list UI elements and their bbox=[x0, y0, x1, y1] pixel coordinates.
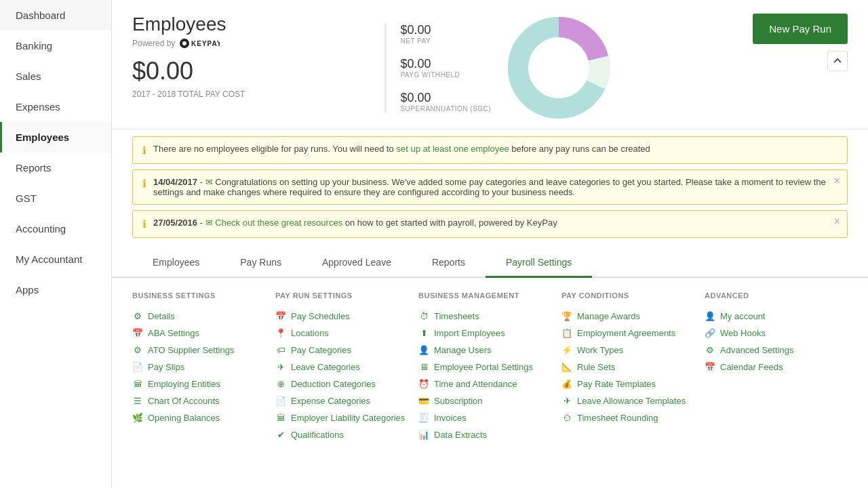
settings-item-aba-settings[interactable]: 📅ABA Settings bbox=[132, 325, 275, 342]
type-icon: ⚡ bbox=[561, 345, 572, 355]
page-title: Employees bbox=[132, 14, 245, 35]
settings-item-pay-slips[interactable]: 📄Pay Slips bbox=[132, 359, 275, 375]
settings-item-details[interactable]: ⚙Details bbox=[132, 308, 275, 325]
tab-reports[interactable]: Reports bbox=[412, 249, 486, 278]
tab-approved-leave[interactable]: Approved Leave bbox=[302, 249, 412, 278]
settings-item-label: Import Employees bbox=[434, 328, 505, 338]
settings-item-expense-categories[interactable]: 📄Expense Categories bbox=[275, 392, 418, 409]
list-icon: ☰ bbox=[132, 396, 143, 406]
stat-label-0: NET PAY bbox=[400, 37, 491, 45]
settings-item-chart-of-accounts[interactable]: ☰Chart Of Accounts bbox=[132, 392, 275, 409]
settings-item-label: Pay Categories bbox=[291, 345, 351, 355]
settings-item-ato-supplier-settings[interactable]: ⚙ATO Supplier Settings bbox=[132, 342, 275, 359]
mail-icon-3: ✉ bbox=[205, 218, 213, 228]
header: Employees Powered by KEYPAY $0.00 2017 -… bbox=[112, 0, 868, 129]
settings-item-label: Locations bbox=[291, 328, 329, 338]
resources-link[interactable]: Check out these great resources bbox=[215, 218, 342, 228]
settings-item-label: Timesheets bbox=[434, 311, 479, 321]
powered-by-text: Powered by bbox=[132, 39, 175, 48]
settings-item-label: Pay Schedules bbox=[291, 311, 350, 321]
settings-item-label: ABA Settings bbox=[148, 328, 199, 338]
svg-point-1 bbox=[182, 41, 186, 45]
tab-pay-runs[interactable]: Pay Runs bbox=[220, 249, 302, 278]
mail-icon-2: ✉ bbox=[205, 177, 213, 187]
settings-item-subscription[interactable]: 💳Subscription bbox=[418, 392, 561, 409]
settings-item-calendar-feeds[interactable]: 📅Calendar Feeds bbox=[705, 359, 848, 375]
allow-icon: ✈ bbox=[561, 396, 572, 406]
calendar-icon: 📅 bbox=[132, 328, 143, 338]
stat-item-1: $0.00PAYG WITHHELD bbox=[400, 57, 491, 79]
close-notification-2[interactable]: × bbox=[834, 176, 840, 186]
new-pay-run-button[interactable]: New Pay Run bbox=[753, 14, 848, 44]
settings-item-advanced-settings[interactable]: ⚙Advanced Settings bbox=[705, 342, 848, 359]
settings-item-label: Advanced Settings bbox=[720, 345, 793, 355]
settings-item-timesheets[interactable]: ⏱Timesheets bbox=[418, 308, 561, 325]
sidebar-item-banking[interactable]: Banking bbox=[0, 30, 111, 61]
stat-item-2: $0.00SUPERANNUATION (SGC) bbox=[400, 91, 491, 113]
sidebar-item-dashboard[interactable]: Dashboard bbox=[0, 0, 111, 30]
settings-item-qualifications[interactable]: ✔Qualifications bbox=[275, 426, 418, 443]
import-icon: ⬆ bbox=[418, 328, 429, 338]
sidebar-item-gst[interactable]: GST bbox=[0, 183, 111, 214]
sidebar-item-sales[interactable]: Sales bbox=[0, 61, 111, 92]
settings-section-title: PAY CONDITIONS bbox=[561, 291, 705, 300]
settings-section-title: BUSINESS SETTINGS bbox=[132, 291, 275, 300]
plane-icon: ✈ bbox=[275, 362, 286, 372]
tab-employees[interactable]: Employees bbox=[132, 249, 220, 278]
settings-item-label: Employee Portal Settings bbox=[434, 362, 533, 372]
doc-icon: 📄 bbox=[275, 396, 286, 406]
settings-item-manage-awards[interactable]: 🏆Manage Awards bbox=[561, 308, 705, 325]
settings-item-invoices[interactable]: 🧾Invoices bbox=[418, 409, 561, 426]
settings-item-timesheet-rounding[interactable]: ⏲Timesheet Rounding bbox=[561, 409, 705, 426]
settings-section-title: ADVANCED bbox=[705, 291, 848, 300]
settings-item-label: Work Types bbox=[577, 345, 623, 355]
sidebar-item-my-accountant[interactable]: My Accountant bbox=[0, 244, 111, 274]
settings-item-label: Leave Categories bbox=[291, 362, 360, 372]
round-icon: ⏲ bbox=[561, 413, 572, 423]
settings-item-pay-categories[interactable]: 🏷Pay Categories bbox=[275, 342, 418, 359]
settings-item-label: Web Hooks bbox=[720, 328, 766, 338]
svg-point-6 bbox=[538, 47, 579, 88]
settings-item-label: Qualifications bbox=[291, 430, 344, 440]
settings-item-employer-liability-categories[interactable]: 🏛Employer Liability Categories bbox=[275, 409, 418, 426]
settings-item-my-account[interactable]: 👤My account bbox=[705, 308, 848, 325]
sidebar-item-accounting[interactable]: Accounting bbox=[0, 214, 111, 244]
close-notification-3[interactable]: × bbox=[834, 216, 840, 227]
stat-value-2: $0.00 bbox=[400, 91, 491, 105]
rate-icon: 💰 bbox=[561, 379, 572, 389]
settings-item-leave-categories[interactable]: ✈Leave Categories bbox=[275, 359, 418, 375]
header-left: Employees Powered by KEYPAY $0.00 2017 -… bbox=[132, 14, 245, 110]
sidebar-item-apps[interactable]: Apps bbox=[0, 274, 111, 305]
leaf-icon: 🌿 bbox=[132, 413, 143, 423]
settings-item-locations[interactable]: 📍Locations bbox=[275, 325, 418, 342]
warning-icon-3: ℹ bbox=[142, 218, 146, 230]
sidebar-item-employees[interactable]: Employees bbox=[0, 122, 111, 152]
settings-item-web-hooks[interactable]: 🔗Web Hooks bbox=[705, 325, 848, 342]
settings-item-pay-schedules[interactable]: 📅Pay Schedules bbox=[275, 308, 418, 325]
settings-item-work-types[interactable]: ⚡Work Types bbox=[561, 342, 705, 359]
settings-item-employee-portal-settings[interactable]: 🖥Employee Portal Settings bbox=[418, 359, 561, 375]
settings-item-rule-sets[interactable]: 📐Rule Sets bbox=[561, 359, 705, 375]
settings-item-leave-allowance-templates[interactable]: ✈Leave Allowance Templates bbox=[561, 392, 705, 409]
gear-icon: ⚙ bbox=[132, 311, 143, 321]
sidebar-item-expenses[interactable]: Expenses bbox=[0, 92, 111, 122]
settings-item-label: Subscription bbox=[434, 396, 483, 406]
settings-item-employing-entities[interactable]: 🏛Employing Entities bbox=[132, 375, 275, 392]
settings-item-data-extracts[interactable]: 📊Data Extracts bbox=[418, 426, 561, 443]
settings-item-pay-rate-templates[interactable]: 💰Pay Rate Templates bbox=[561, 375, 705, 392]
settings-item-time-and-attendance[interactable]: ⏰Time and Attendance bbox=[418, 375, 561, 392]
collapse-button[interactable] bbox=[827, 51, 848, 71]
settings-item-employment-agreements[interactable]: 📋Employment Agreements bbox=[561, 325, 705, 342]
settings-item-label: Pay Slips bbox=[148, 362, 184, 372]
sidebar-item-reports[interactable]: Reports bbox=[0, 152, 111, 183]
settings-item-import-employees[interactable]: ⬆Import Employees bbox=[418, 325, 561, 342]
settings-item-label: Expense Categories bbox=[291, 396, 370, 406]
setup-employee-link[interactable]: set up at least one employee bbox=[396, 144, 509, 154]
tab-payroll-settings[interactable]: Payroll Settings bbox=[486, 249, 592, 278]
settings-item-deduction-categories[interactable]: ⊕Deduction Categories bbox=[275, 375, 418, 392]
settings-item-opening-balances[interactable]: 🌿Opening Balances bbox=[132, 409, 275, 426]
settings-item-manage-users[interactable]: 👤Manage Users bbox=[418, 342, 561, 359]
user-icon: 👤 bbox=[418, 345, 429, 355]
settings-item-label: Employment Agreements bbox=[577, 328, 675, 338]
portal-icon: 🖥 bbox=[418, 362, 429, 372]
